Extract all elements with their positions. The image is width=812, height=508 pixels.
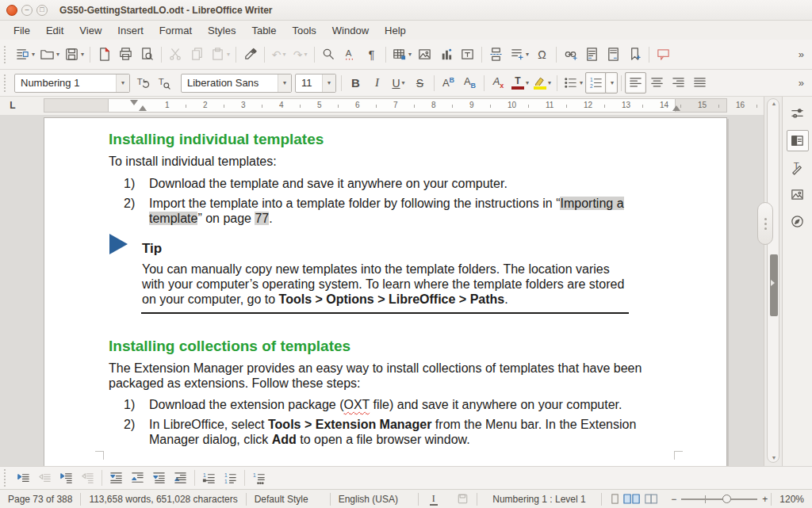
scrollbar-thumb[interactable] <box>770 254 778 316</box>
paragraph-style-value[interactable]: Numbering 1 <box>15 77 116 89</box>
italic-button[interactable]: I <box>366 72 388 94</box>
toolbar-grip[interactable] <box>4 74 10 92</box>
restart-numbering-button[interactable]: 11 <box>220 468 241 489</box>
view-sidebar-button[interactable]: ▾ <box>13 44 37 65</box>
insert-text-box-button[interactable] <box>457 44 478 65</box>
move-up-with-subpoints-button[interactable] <box>170 468 191 489</box>
numbered-list-dropdown[interactable]: ▾ <box>605 72 618 94</box>
vertical-scrollbar[interactable]: ▲ ▼ <box>764 97 782 466</box>
toolbar-grip[interactable] <box>4 46 10 63</box>
word-count-status[interactable]: 113,658 words, 651,028 characters <box>81 494 245 505</box>
align-right-button[interactable] <box>668 72 689 94</box>
move-up-button[interactable] <box>127 468 148 489</box>
cross-reference-field[interactable]: Importing a <box>560 197 623 210</box>
multi-page-view-icon[interactable] <box>623 493 641 505</box>
insert-image-button[interactable] <box>414 44 435 65</box>
selection-mode-status[interactable]: I <box>419 493 449 505</box>
sidebar-tab-properties[interactable] <box>787 130 809 151</box>
save-button[interactable]: ▾ <box>62 44 86 65</box>
dropdown-arrow-icon[interactable]: ▾ <box>408 51 412 58</box>
dropdown-arrow-icon[interactable]: ▾ <box>611 79 614 86</box>
menu-format[interactable]: Format <box>152 22 199 39</box>
combobox-arrow-icon[interactable]: ▾ <box>322 74 335 92</box>
insert-endnote-button[interactable] <box>603 44 624 65</box>
zoom-slider[interactable] <box>681 498 757 500</box>
combobox-arrow-icon[interactable]: ▾ <box>116 74 129 92</box>
spelling-button[interactable]: A <box>339 44 361 65</box>
toolbar-overflow-button[interactable]: » <box>794 77 809 89</box>
ruler-face[interactable]: 12345678910111213141516 <box>44 98 727 113</box>
insert-chart-button[interactable] <box>435 44 457 65</box>
toolbar-overflow-button[interactable]: » <box>794 48 809 60</box>
document-workspace[interactable]: Installing individual templates To insta… <box>0 115 764 466</box>
numbered-list-button[interactable]: 12 <box>585 72 607 94</box>
page-style-status[interactable]: Default Style <box>247 494 330 505</box>
align-left-button[interactable] <box>625 72 646 94</box>
insert-comment-button[interactable] <box>653 44 674 65</box>
scrollbar-track[interactable]: ▲ ▼ <box>767 98 779 463</box>
font-size-combobox[interactable]: 11 ▾ <box>295 74 336 93</box>
insert-special-character-button[interactable]: Ω <box>531 44 553 65</box>
close-window-icon[interactable] <box>6 5 17 16</box>
demote-with-subpoints-button[interactable] <box>56 468 77 489</box>
menu-styles[interactable]: Styles <box>201 22 243 39</box>
font-color-button[interactable]: T ▾ <box>509 72 531 94</box>
menu-help[interactable]: Help <box>377 22 413 39</box>
minimize-window-icon[interactable]: – <box>21 5 33 16</box>
outline-level-status[interactable]: Numbering 1 : Level 1 <box>477 494 602 505</box>
zoom-in-button[interactable]: + <box>762 494 768 505</box>
open-file-button[interactable]: ▾ <box>37 44 62 65</box>
align-center-button[interactable] <box>646 72 668 94</box>
font-size-value[interactable]: 11 <box>296 77 322 89</box>
document-modified-status[interactable] <box>449 493 477 505</box>
dropdown-arrow-icon[interactable]: ▾ <box>580 79 583 86</box>
bullets-numbering-dialog-button[interactable]: 1 <box>248 468 270 489</box>
combobox-arrow-icon[interactable]: ▾ <box>278 74 291 92</box>
formatting-marks-button[interactable]: ¶ <box>361 44 382 65</box>
document-page[interactable]: Installing individual templates To insta… <box>44 117 727 466</box>
menu-insert[interactable]: Insert <box>110 22 151 39</box>
insert-footnote-button[interactable] <box>581 44 603 65</box>
move-down-button[interactable] <box>105 468 127 489</box>
menu-window[interactable]: Window <box>325 22 376 39</box>
find-replace-button[interactable] <box>318 44 339 65</box>
demote-button[interactable] <box>13 468 34 489</box>
dropdown-arrow-icon[interactable]: ▾ <box>548 79 551 86</box>
zoom-out-button[interactable]: − <box>671 494 676 505</box>
strikethrough-button[interactable]: S <box>409 72 431 94</box>
subscript-button[interactable]: AB <box>459 72 481 94</box>
sidebar-settings-button[interactable] <box>787 103 809 124</box>
move-down-with-subpoints-button[interactable] <box>148 468 170 489</box>
sidebar-tab-styles[interactable]: T <box>787 157 809 178</box>
scroll-down-icon[interactable]: ▼ <box>768 455 780 460</box>
superscript-button[interactable]: AB <box>438 72 459 94</box>
print-button[interactable] <box>115 44 136 65</box>
new-style-button[interactable]: T <box>153 72 174 94</box>
insert-table-button[interactable]: ▾ <box>389 44 414 65</box>
menu-edit[interactable]: Edit <box>39 22 71 39</box>
cross-reference-field[interactable]: template <box>149 212 197 225</box>
insert-page-break-button[interactable] <box>485 44 507 65</box>
maximize-window-icon[interactable]: □ <box>36 5 48 16</box>
first-line-indent-marker[interactable] <box>130 100 138 105</box>
menu-table[interactable]: Table <box>244 22 283 39</box>
insert-bookmark-button[interactable] <box>624 44 645 65</box>
bold-button[interactable]: B <box>345 72 366 94</box>
dropdown-arrow-icon[interactable]: ▾ <box>402 79 405 86</box>
sidebar-tab-navigator[interactable] <box>787 211 809 232</box>
font-name-value[interactable]: Liberation Sans <box>182 77 278 89</box>
print-preview-button[interactable] <box>136 44 158 65</box>
bullet-list-button[interactable]: ▾ <box>561 72 585 94</box>
zoom-slider-handle[interactable] <box>722 495 731 503</box>
insert-unnumbered-entry-button[interactable]: 1 <box>198 468 220 489</box>
highlight-color-button[interactable]: ▾ <box>531 72 553 94</box>
sidebar-tab-gallery[interactable] <box>787 184 809 205</box>
right-indent-marker[interactable] <box>672 105 680 111</box>
page-count-status[interactable]: Page 73 of 388 <box>0 494 80 505</box>
horizontal-ruler[interactable]: L 12345678910111213141516 <box>0 97 764 115</box>
menu-view[interactable]: View <box>72 22 109 39</box>
insert-hyperlink-button[interactable] <box>560 44 581 65</box>
menu-file[interactable]: File <box>6 22 37 39</box>
tab-stop-selector[interactable]: L <box>6 99 19 112</box>
single-page-view-icon[interactable] <box>610 493 620 505</box>
